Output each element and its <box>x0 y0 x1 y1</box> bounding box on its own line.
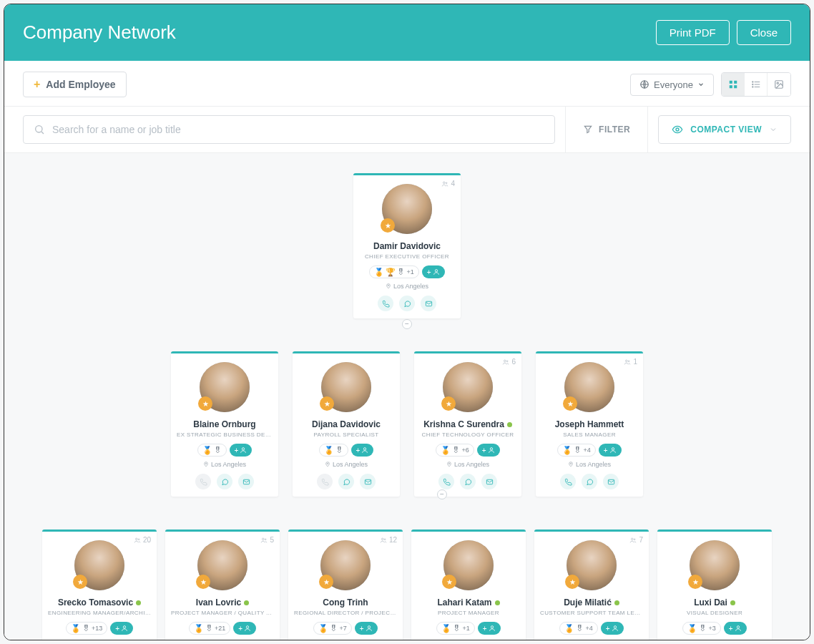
phone-action[interactable] <box>317 474 333 489</box>
card-actions <box>560 474 619 489</box>
svg-point-57 <box>614 626 616 628</box>
svg-rect-1 <box>729 81 732 84</box>
chat-action[interactable] <box>582 474 597 489</box>
location: Los Angeles <box>203 461 246 468</box>
badges: 🏅🎖+7 + <box>313 622 377 635</box>
mail-action[interactable] <box>238 474 254 489</box>
assign-button[interactable]: + <box>422 265 445 278</box>
badge-pill[interactable]: 🏅🎖+6 <box>436 444 474 457</box>
org-chart-canvas[interactable]: 4 ★ Damir Davidovic CHIEF EXECUTIVE OFFI… <box>4 153 810 640</box>
employee-card[interactable]: 1 ★ Joseph Hammett SALES MANAGER 🏅🎖+4 + … <box>536 351 643 497</box>
grid-view-button[interactable] <box>722 73 745 96</box>
svg-rect-2 <box>734 81 737 84</box>
badge-pill[interactable]: 🏅🎖+3 <box>682 622 720 635</box>
badges: 🏅🎖+4 + <box>557 444 621 457</box>
filter-button[interactable]: FILTER <box>565 107 648 152</box>
svg-point-32 <box>626 360 628 362</box>
scope-label: Everyone <box>654 79 693 90</box>
employee-card[interactable]: 20 ★ Srecko Tomasovic ENGINEERING MANAGE… <box>42 530 157 640</box>
add-employee-button[interactable]: + Add Employee <box>23 72 127 97</box>
badge-pill[interactable]: 🏅🎖 <box>197 444 227 457</box>
svg-point-10 <box>752 87 752 87</box>
chat-action[interactable] <box>460 474 476 489</box>
badge-pill[interactable]: 🏅🎖 <box>319 444 348 457</box>
badge-pill[interactable]: 🏅🎖+13 <box>66 622 107 635</box>
scope-select[interactable]: Everyone <box>630 74 714 96</box>
star-icon: ★ <box>688 575 702 589</box>
badge-pill[interactable]: 🏅🎖+1 <box>436 622 474 635</box>
assign-button[interactable]: + <box>355 622 378 635</box>
star-icon: ★ <box>441 396 456 411</box>
star-icon: ★ <box>320 396 334 411</box>
employee-card[interactable]: 5 ★ Ivan Lovric PROJECT MANAGER / QUALIT… <box>165 530 280 640</box>
close-button[interactable]: Close <box>737 20 791 45</box>
badge-pill[interactable]: 🏅🎖+21 <box>189 622 230 635</box>
employee-card[interactable]: ★ Luxi Dai VISUAL DESIGNER 🏅🎖+3 + Los An… <box>657 530 772 640</box>
badges: 🏅🎖 + <box>319 444 374 457</box>
header: Company Network Print PDF Close <box>4 4 810 61</box>
toolbar-right: Everyone <box>630 72 791 97</box>
assign-button[interactable]: + <box>477 444 500 457</box>
badge-pill[interactable]: 🏅🎖+4 <box>559 622 597 635</box>
assign-button[interactable]: + <box>724 622 747 635</box>
assign-button[interactable]: + <box>351 444 374 457</box>
image-view-button[interactable] <box>768 73 790 96</box>
badge-pill[interactable]: 🏅🎖+4 <box>557 444 595 457</box>
phone-action[interactable] <box>438 474 454 489</box>
phone-action[interactable] <box>195 474 211 489</box>
report-count: 20 <box>134 536 151 544</box>
employee-name: Duje Milatić <box>564 597 619 608</box>
mail-action[interactable] <box>603 474 619 489</box>
svg-point-43 <box>265 538 267 540</box>
view-toggle <box>721 72 791 97</box>
employee-card[interactable]: 12 ★ Cong Trinh REGIONAL DIRECTOR / PROJ… <box>288 530 403 640</box>
employee-name: Cong Trinh <box>323 597 368 608</box>
phone-action[interactable] <box>378 296 393 311</box>
badge-pill[interactable]: 🏅🏆🎖+1 <box>369 265 418 278</box>
assign-button[interactable]: + <box>233 622 256 635</box>
collapse-toggle[interactable]: − <box>402 319 412 329</box>
mail-action[interactable] <box>421 296 436 311</box>
assign-button[interactable]: + <box>110 622 133 635</box>
chat-action[interactable] <box>217 474 232 489</box>
svg-point-44 <box>246 626 248 628</box>
mail-action[interactable] <box>481 474 497 489</box>
avatar: ★ <box>74 540 124 590</box>
phone-action[interactable] <box>560 474 576 489</box>
employee-card[interactable]: ★ Lahari Katam PROJECT MANAGER 🏅🎖+1 + Lo… <box>411 530 526 640</box>
app-window: Company Network Print PDF Close + Add Em… <box>4 4 810 640</box>
print-pdf-button[interactable]: Print PDF <box>656 20 730 45</box>
search-box[interactable] <box>23 115 555 144</box>
search-icon <box>34 124 45 135</box>
view-mode-select[interactable]: COMPACT VIEW <box>658 115 791 144</box>
badge-pill[interactable]: 🏅🎖+7 <box>313 622 351 635</box>
list-view-button[interactable] <box>745 73 768 96</box>
employee-card[interactable]: ★ Blaine Ornburg EX STRATEGIC BUSINESS D… <box>171 351 278 497</box>
chat-action[interactable] <box>338 474 354 489</box>
assign-button[interactable]: + <box>601 622 624 635</box>
assign-button[interactable]: + <box>230 444 252 457</box>
svg-point-42 <box>263 538 265 540</box>
grid-icon <box>728 79 738 89</box>
avatar: ★ <box>382 184 432 234</box>
svg-point-27 <box>504 360 506 362</box>
employee-card[interactable]: 4 ★ Damir Davidovic CHIEF EXECUTIVE OFFI… <box>353 173 461 318</box>
page-title: Company Network <box>23 21 176 44</box>
employee-name: Joseph Hammett <box>555 419 624 429</box>
employee-card[interactable]: 6 ★ Krishna C Surendra CHIEF TECHNOLOGY … <box>414 351 521 497</box>
employee-name: Lahari Katam <box>437 597 499 608</box>
svg-point-33 <box>629 360 630 361</box>
search-input[interactable] <box>52 124 544 135</box>
employee-name: Ivan Lovric <box>196 597 249 608</box>
avatar: ★ <box>443 362 493 412</box>
chat-action[interactable] <box>399 296 415 311</box>
report-count: 7 <box>629 536 643 544</box>
employee-card[interactable]: ★ Dijana Davidovic PAYROLL SPECIALIST 🏅🎖… <box>293 351 400 497</box>
employee-name: Srecko Tomasovic <box>58 597 141 608</box>
collapse-toggle[interactable]: − <box>437 489 447 499</box>
employee-card[interactable]: 7 ★ Duje Milatić CUSTOMER SUPPORT TEAM L… <box>534 530 649 640</box>
assign-button[interactable]: + <box>599 444 622 457</box>
svg-point-8 <box>752 82 752 82</box>
mail-action[interactable] <box>360 474 376 489</box>
assign-button[interactable]: + <box>478 622 501 635</box>
